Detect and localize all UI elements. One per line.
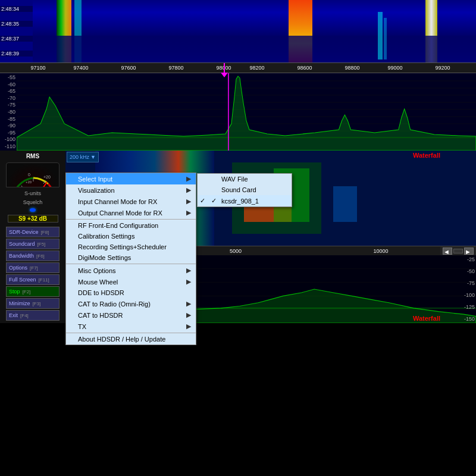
- left-panel: RMS -10 0: [0, 151, 65, 323]
- kcsdr-check: ✓: [209, 197, 218, 205]
- db-label-10: -110: [0, 143, 17, 149]
- minimize-button[interactable]: Minimize [F3]: [6, 298, 60, 309]
- freq-axis-label-5000: 5000: [230, 248, 242, 254]
- freq-label-2: 97600: [121, 65, 136, 71]
- menu-item-digimode[interactable]: DigiMode Settings: [66, 252, 196, 263]
- menu-item-recording[interactable]: Recording Settings+Scheduler: [66, 242, 196, 252]
- db-label-2: -65: [0, 88, 17, 94]
- freq-label-9: 99200: [435, 65, 450, 71]
- signal-readout: S9 +32 dB: [8, 215, 58, 223]
- timestamps: 2:48:34 2:48:35 2:48:37 2:48:39: [0, 0, 33, 62]
- timestamp-3: 2:48:39: [0, 51, 33, 57]
- submenu-select-input: WAV File Sound Card ✓ kcsdr_908_1: [197, 173, 292, 207]
- svg-text:0: 0: [28, 173, 30, 177]
- freq-label-0: 97100: [30, 65, 45, 71]
- svg-text:+20: +20: [43, 175, 51, 179]
- menu-separator-1: [66, 219, 196, 220]
- spectrum-area: -55 -60 -65 -70 -75 -80 -85 -90 -95 -100…: [0, 73, 476, 151]
- db-label-1: -60: [0, 82, 17, 87]
- db-labels-right: -25 -50 -75 -100 -125 -150: [458, 255, 476, 323]
- bandwidth-selector[interactable]: 200 kHz ▼: [67, 152, 99, 162]
- scroll-btn-left[interactable]: ◄: [443, 248, 452, 255]
- db-labels: -55 -60 -65 -70 -75 -80 -85 -90 -95 -100…: [0, 73, 17, 151]
- menu-item-output-channel[interactable]: Output Channel Mode for RX ▶: [66, 207, 196, 218]
- freq-axis-label-10000: 10000: [374, 248, 389, 254]
- freq-label-1: 97400: [73, 65, 88, 71]
- squelch-label: Squelch: [23, 199, 43, 205]
- squelch-indicator[interactable]: [30, 208, 36, 212]
- menu-separator-3: [66, 333, 196, 333]
- svg-line-27: [33, 182, 47, 187]
- svg-rect-4: [33, 36, 476, 62]
- scroll-track[interactable]: [453, 249, 463, 253]
- submenu-kcsdr[interactable]: ✓ kcsdr_908_1: [198, 195, 292, 206]
- waterfall-visualization: [33, 0, 476, 62]
- vu-meter: -10 0 +20 +40 9 +20: [6, 162, 60, 187]
- db-label-5: -80: [0, 109, 17, 115]
- svg-text:+20: +20: [26, 180, 32, 184]
- menu-item-input-channel[interactable]: Input Channel Mode for RX ▶: [66, 196, 196, 207]
- db-r-0: -25: [458, 256, 476, 262]
- waterfall-label-bottom: Waterfall: [413, 315, 440, 322]
- db-label-7: -90: [0, 123, 17, 129]
- db-r-4: -125: [458, 304, 476, 310]
- menu-item-tx[interactable]: TX ▶: [66, 321, 196, 332]
- menu-item-select-input[interactable]: Select Input ▶: [66, 173, 196, 184]
- menu-item-about[interactable]: About HDSDR / Help / Update: [66, 334, 196, 345]
- menu-item-visualization[interactable]: Visualization ▶: [66, 184, 196, 196]
- freq-label-8: 99000: [387, 65, 402, 71]
- exit-button[interactable]: Exit [F4]: [6, 310, 60, 321]
- svg-rect-5: [378, 12, 383, 60]
- menu-item-cat-hdsdr[interactable]: CAT to HDSDR ▶: [66, 309, 196, 321]
- db-label-8: -95: [0, 130, 17, 136]
- context-menu: Select Input ▶ Visualization ▶ Input Cha…: [65, 173, 196, 345]
- frequency-ruler[interactable]: 97100 97400 97600 97800 98000 98200 9860…: [0, 62, 476, 73]
- menu-item-mouse-wheel[interactable]: Mouse Wheel ▶: [66, 276, 196, 287]
- menu-item-dde[interactable]: DDE to HDSDR: [66, 287, 196, 298]
- db-label-0: -55: [0, 74, 17, 80]
- db-r-2: -75: [458, 280, 476, 286]
- db-label-9: -100: [0, 136, 17, 142]
- app-container: 2:48:34 2:48:35 2:48:37 2:48:39: [0, 0, 476, 323]
- menu-item-cat-omni[interactable]: CAT to Radio (Omni-Rig) ▶: [66, 298, 196, 309]
- menu-separator-2: [66, 264, 196, 264]
- timestamp-2: 2:48:37: [0, 36, 33, 42]
- fullscreen-button[interactable]: Full Screen [F11]: [6, 274, 60, 285]
- top-waterfall: 2:48:34 2:48:35 2:48:37 2:48:39: [0, 0, 476, 62]
- timestamp-0: 2:48:34: [0, 6, 33, 12]
- db-label-6: -85: [0, 116, 17, 122]
- db-r-5: -150: [458, 316, 476, 322]
- menu-item-misc[interactable]: Misc Options ▶: [66, 265, 196, 276]
- db-r-1: -50: [458, 268, 476, 274]
- sdr-device-button[interactable]: SDR-Device [F8]: [6, 227, 60, 237]
- svg-rect-36: [333, 186, 357, 222]
- menu-item-calibration[interactable]: Calibration Settings: [66, 231, 196, 242]
- submenu-wav-file[interactable]: WAV File: [198, 174, 292, 184]
- svg-line-19: [21, 186, 23, 187]
- button-group: SDR-Device [F8] Soundcard [F5] Bandwidth…: [6, 227, 60, 321]
- submenu-sound-card[interactable]: Sound Card: [198, 184, 292, 195]
- options-button[interactable]: Options [F7]: [6, 262, 60, 273]
- db-label-3: -70: [0, 95, 17, 101]
- bandwidth-button[interactable]: Bandwidth [F6]: [6, 250, 60, 261]
- freq-label-3: 97800: [168, 65, 183, 71]
- db-label-4: -75: [0, 102, 17, 108]
- scroll-btn-right[interactable]: ►: [464, 248, 474, 255]
- rms-label: RMS: [26, 153, 39, 159]
- spectrum-canvas: [17, 73, 476, 151]
- stop-button[interactable]: Stop [F2]: [6, 286, 60, 297]
- freq-label-7: 98800: [345, 65, 359, 71]
- soundcard-button[interactable]: Soundcard [F5]: [6, 239, 60, 249]
- svg-rect-6: [384, 18, 387, 60]
- timestamp-1: 2:48:35: [0, 21, 33, 27]
- menu-item-rf-frontend[interactable]: RF Front-End Configuration: [66, 220, 196, 231]
- freq-label-6: 98600: [297, 65, 312, 71]
- freq-label-5: 98200: [249, 65, 264, 71]
- waterfall-label-top: Waterfall: [413, 152, 440, 159]
- svg-marker-16: [17, 76, 476, 151]
- db-r-3: -100: [458, 292, 476, 298]
- sunits-label: S-units: [24, 190, 41, 196]
